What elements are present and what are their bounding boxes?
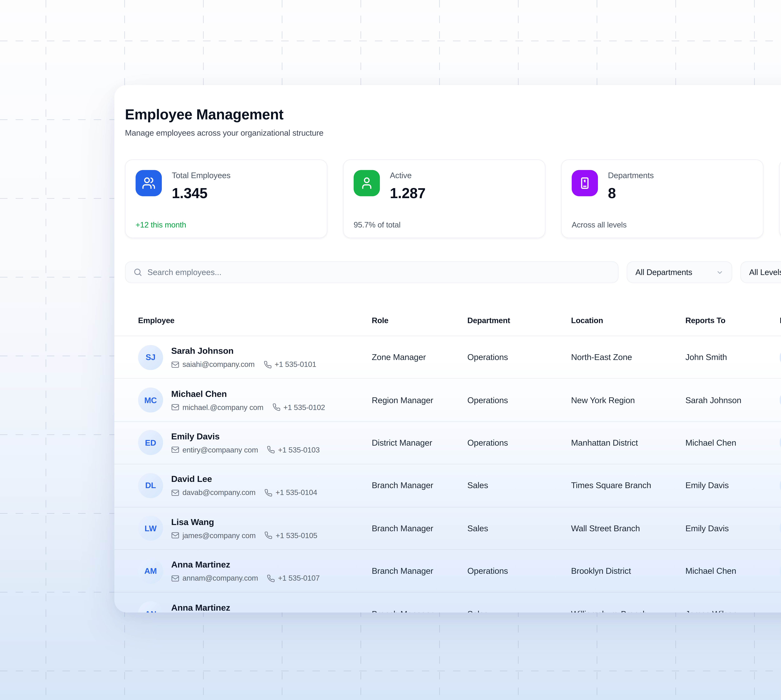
stat-label: Active — [390, 171, 425, 181]
employee-phone: +1 535-0104 — [276, 488, 317, 497]
table-row[interactable]: SJ Sarah Johnson saiahi@company.com +1 5… — [114, 336, 781, 379]
department-cell: Operations — [467, 567, 571, 576]
employee-email: annam@company.com — [182, 574, 258, 583]
reports-to-cell: Michael Chen — [685, 438, 780, 448]
reports-to-cell: Michael Chen — [685, 567, 780, 576]
employee-email: michael.@company com — [182, 403, 263, 412]
col-reports-to: Reports To — [685, 312, 780, 329]
stat-card-active: Active 1.287 95.7% of total — [343, 159, 545, 238]
table-row[interactable]: AM Anna Martinez annam@company.com +1 53… — [114, 550, 781, 593]
role-cell: District Manager — [372, 438, 467, 448]
location-cell: Williamsburg Branch — [571, 609, 685, 612]
reports-to-cell: Emily Davis — [685, 523, 780, 533]
department-cell: Sales — [467, 523, 571, 533]
stat-value: 1.345 — [172, 185, 231, 201]
avatar: LW — [138, 516, 163, 541]
role-cell: Branch Manager — [372, 523, 467, 533]
users-icon — [136, 170, 162, 196]
employee-name: Sarah Johnson — [171, 346, 316, 357]
location-cell: North-East Zone — [571, 353, 685, 362]
table-row[interactable]: MC Michael Chen michael.@company com +1 … — [114, 379, 781, 422]
employee-phone: +1 535-0107 — [278, 574, 320, 583]
department-filter-value: All Departments — [635, 268, 692, 277]
phone-icon — [272, 403, 280, 411]
employee-phone: +1 535-0103 — [278, 446, 320, 454]
phone-icon — [267, 574, 275, 582]
department-cell: Sales — [467, 609, 571, 612]
table-row[interactable]: AN Anna Martinez Branch Manager Sales Wi… — [114, 593, 781, 612]
search-icon — [133, 268, 142, 277]
phone-icon — [267, 446, 275, 454]
employee-phone: +1 535-0102 — [283, 403, 325, 412]
mail-icon — [171, 446, 179, 454]
avatar: ED — [138, 430, 163, 455]
avatar: MC — [138, 388, 163, 412]
reports-to-cell: Emily Davis — [685, 481, 780, 490]
role-cell: Zone Manager — [372, 353, 467, 362]
role-cell: Branch Manager — [372, 567, 467, 576]
phone-icon — [263, 360, 271, 368]
employee-name: Anna Martinez — [171, 560, 320, 570]
employee-name: Lisa Wang — [171, 517, 317, 527]
stat-label: Total Employees — [172, 171, 231, 181]
employee-email: james@company com — [182, 531, 256, 540]
avatar: SJ — [138, 345, 163, 370]
chevron-down-icon — [716, 268, 724, 276]
level-badge: Branch — [780, 607, 781, 612]
stat-footnote: Across all levels — [572, 221, 627, 229]
stat-card-departments: Departments 8 Across all levels — [561, 159, 764, 238]
level-badge: Branch — [780, 564, 781, 578]
mail-icon — [171, 532, 179, 540]
table-row[interactable]: ED Emily Davis entiry@compaany com +1 53… — [114, 422, 781, 465]
location-cell: Wall Street Branch — [571, 523, 685, 533]
page: Employee Management Manage employees acr… — [0, 0, 781, 700]
stat-cards-row: Total Employees 1.345 +12 this month Act… — [125, 159, 781, 238]
building-icon — [572, 170, 598, 196]
employee-email: entiry@compaany com — [182, 446, 258, 454]
stat-card-avg-tenure: Avg. Tenure 3.2 yrs +2.3 years — [779, 159, 781, 238]
table-row[interactable]: DL David Lee davab@company.com +1 535-01… — [114, 465, 781, 507]
search-input[interactable] — [147, 268, 610, 277]
stat-value: 8 — [608, 185, 654, 201]
role-cell: Region Manager — [372, 395, 467, 405]
reports-to-cell: James Wilson — [685, 609, 780, 612]
department-cell: Operations — [467, 438, 571, 448]
avatar: DL — [138, 473, 163, 498]
col-location: Location — [571, 312, 685, 329]
level-badge: Region — [780, 393, 781, 407]
page-title: Employee Management — [125, 105, 781, 124]
location-cell: New York Region — [571, 395, 685, 405]
toolbar: All Departments All Levels Add Employee — [125, 261, 781, 283]
table-row[interactable]: LW Lisa Wang james@company com +1 535-01… — [114, 507, 781, 550]
col-role: Role — [372, 312, 467, 329]
stat-card-total-employees: Total Employees 1.345 +12 this month — [125, 159, 327, 238]
role-cell: Branch Manager — [372, 481, 467, 490]
employee-name: Anna Martinez — [171, 602, 230, 612]
employee-phone: +1 535-0105 — [276, 531, 317, 540]
level-badge: Branch — [780, 522, 781, 535]
mail-icon — [171, 403, 179, 411]
col-level: Level — [780, 312, 781, 329]
employee-name: Emily Davis — [171, 431, 320, 442]
employee-name: Michael Chen — [171, 388, 325, 399]
employee-phone: +1 535-0101 — [275, 360, 316, 369]
department-cell: Sales — [467, 481, 571, 490]
employee-management-panel: Employee Management Manage employees acr… — [114, 85, 781, 612]
mail-icon — [171, 574, 179, 582]
department-cell: Operations — [467, 353, 571, 362]
table-header: Employee Role Department Location Report… — [114, 312, 781, 336]
department-filter[interactable]: All Departments — [627, 261, 732, 283]
page-subtitle: Manage employees across your organizatio… — [125, 128, 781, 139]
employee-email: davab@company.com — [182, 488, 256, 497]
col-employee: Employee — [138, 312, 372, 329]
level-badge: Branch — [780, 478, 781, 492]
role-cell: Branch Manager — [372, 609, 467, 612]
level-badge: District — [780, 436, 781, 450]
department-cell: Operations — [467, 395, 571, 405]
level-filter[interactable]: All Levels — [740, 261, 781, 283]
employee-name: David Lee — [171, 474, 317, 485]
search-box — [125, 261, 619, 283]
stat-label: Departments — [608, 171, 654, 181]
location-cell: Brooklyn District — [571, 567, 685, 576]
mail-icon — [171, 360, 179, 368]
